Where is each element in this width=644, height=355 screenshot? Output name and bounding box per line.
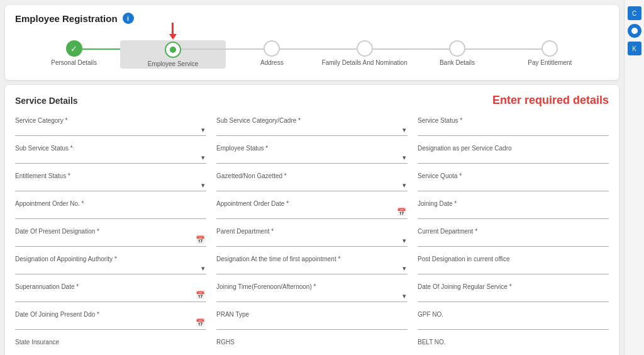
- page-title: Employee Registration: [15, 13, 118, 24]
- calendar-icon: 📅: [196, 291, 205, 300]
- field-designation-first-appointment: Designation At the time of first appoint…: [216, 256, 408, 274]
- side-panel: C K: [624, 0, 644, 355]
- step-circle-address: [264, 40, 280, 57]
- step-circle-bank: [449, 40, 465, 57]
- parent-department-input[interactable]: [216, 236, 408, 247]
- appointment-order-date-input[interactable]: [216, 208, 408, 219]
- gpf-no-input[interactable]: [418, 319, 609, 330]
- step-circle-employee: [165, 42, 181, 58]
- field-superannuation-date: Superannuation Date * 📅: [15, 283, 206, 302]
- chevron-down-icon: ▾: [201, 154, 205, 162]
- field-joining-time: Joining Time(Forenoon/Afternoon) * ▾: [216, 283, 408, 302]
- date-present-designation-input[interactable]: [15, 236, 206, 247]
- field-entitlement-status: Entitlement Status * ▾: [15, 172, 206, 191]
- date-joining-regular-input[interactable]: [418, 291, 609, 302]
- sub-service-category-input[interactable]: [216, 125, 408, 136]
- step-pay[interactable]: Pay Entitlement: [504, 40, 596, 66]
- field-employee-status: Employee Status * ▾: [216, 145, 408, 164]
- step-circle-family: [357, 40, 373, 57]
- field-belt-no: BELT NO.: [418, 339, 609, 355]
- employee-status-input[interactable]: [216, 153, 408, 164]
- field-designation-service-cadro: Designation as per Service Cadro: [418, 145, 609, 164]
- step-family[interactable]: Family Details And Nomination: [318, 40, 411, 66]
- field-state-insurance: State Insurance: [15, 339, 206, 355]
- designation-first-appointment-input[interactable]: [216, 264, 408, 274]
- side-btn-c[interactable]: C: [628, 6, 641, 20]
- superannuation-date-input[interactable]: [15, 291, 206, 302]
- post-designation-current-input[interactable]: [418, 264, 609, 274]
- step-circle-pay: [541, 40, 558, 57]
- service-details-card: Service Details Enter required details S…: [5, 85, 619, 355]
- step-circle-personal: ✓: [66, 40, 82, 57]
- registration-card: Employee Registration i ✓ Personal Detai…: [5, 5, 619, 80]
- section-hint: Enter required details: [492, 94, 609, 107]
- section-title: Service Details: [15, 96, 78, 106]
- chevron-down-icon: ▾: [402, 264, 406, 273]
- calendar-icon: 📅: [196, 235, 205, 244]
- state-insurance-input[interactable]: [15, 347, 206, 355]
- stepper: ✓ Personal Details Employee Service: [15, 34, 609, 72]
- field-sub-service-status: Sub Service Status * ▾: [15, 145, 206, 164]
- date-joining-present-ddo-input[interactable]: [15, 319, 206, 330]
- chevron-down-icon: ▾: [402, 126, 406, 134]
- red-arrow: [169, 23, 177, 40]
- chevron-down-icon: ▾: [402, 154, 406, 162]
- designation-appointing-input[interactable]: [15, 264, 206, 274]
- step-personal[interactable]: ✓ Personal Details: [28, 40, 120, 66]
- field-designation-appointing: Designation of Appointing Authority * ▾: [15, 256, 206, 274]
- side-btn-k[interactable]: K: [628, 42, 641, 55]
- field-date-joining-regular: Date Of Joining Regular Service *: [418, 283, 609, 302]
- chevron-down-icon: ▾: [201, 126, 205, 134]
- section-header: Service Details Enter required details: [15, 94, 609, 107]
- current-department-input[interactable]: [418, 236, 609, 247]
- field-post-designation-current: Post Designation in current office: [418, 256, 609, 274]
- chevron-down-icon: ▾: [402, 237, 406, 245]
- field-current-department: Current Department *: [418, 228, 609, 247]
- field-rghs: RGHS: [216, 339, 408, 355]
- chevron-down-icon: ▾: [201, 181, 205, 189]
- field-appointment-order-date: Appointment Order Date * 📅: [216, 200, 408, 219]
- chevron-down-icon: ▾: [201, 264, 205, 273]
- joining-date-input[interactable]: [418, 208, 609, 219]
- field-gpf-no: GPF NO.: [418, 311, 609, 330]
- designation-service-cadro-input[interactable]: [418, 153, 609, 164]
- card-header: Employee Registration i: [15, 13, 609, 24]
- service-status-input[interactable]: [418, 125, 609, 136]
- info-icon[interactable]: i: [123, 13, 134, 24]
- step-address[interactable]: Address: [226, 40, 318, 66]
- field-service-status: Service Status *: [418, 117, 609, 136]
- joining-time-input[interactable]: [216, 291, 408, 302]
- side-btn-circle[interactable]: [628, 24, 641, 38]
- field-sub-service-category: Sub Service Category/Cadre * ▾: [216, 117, 408, 136]
- field-joining-date: Joining Date *: [418, 200, 609, 219]
- field-appointment-order-no: Appointment Order No. *: [15, 200, 206, 219]
- field-service-category: Service Category * ▾: [15, 117, 206, 136]
- field-date-joining-present-ddo: Date Of Joining Present Ddo * 📅: [15, 311, 206, 330]
- field-service-quota: Service Quota *: [418, 172, 609, 191]
- field-pran-type: PRAN Type: [216, 311, 408, 330]
- chevron-down-icon: ▾: [402, 181, 406, 189]
- service-quota-input[interactable]: [418, 181, 609, 191]
- gazetted-input[interactable]: [216, 181, 408, 191]
- field-date-present-designation: Date Of Present Designation * 📅: [15, 228, 206, 247]
- step-bank[interactable]: Bank Details: [411, 40, 503, 66]
- service-category-input[interactable]: [15, 125, 206, 136]
- calendar-icon: 📅: [196, 318, 205, 327]
- chevron-down-icon: ▾: [402, 292, 406, 300]
- field-parent-department: Parent Department * ▾: [216, 228, 408, 247]
- field-gazetted: Gazetted/Non Gazetted * ▾: [216, 172, 408, 191]
- form-grid: Service Category * ▾ Sub Service Categor…: [15, 117, 609, 355]
- belt-no-input[interactable]: [418, 347, 609, 355]
- rghs-input[interactable]: [216, 347, 408, 355]
- calendar-icon: 📅: [397, 208, 406, 217]
- entitlement-status-input[interactable]: [15, 181, 206, 191]
- step-employee-service[interactable]: Employee Service: [120, 40, 225, 69]
- appointment-order-no-input[interactable]: [15, 208, 206, 219]
- pran-type-input[interactable]: [216, 319, 408, 330]
- sub-service-status-input[interactable]: [15, 153, 206, 164]
